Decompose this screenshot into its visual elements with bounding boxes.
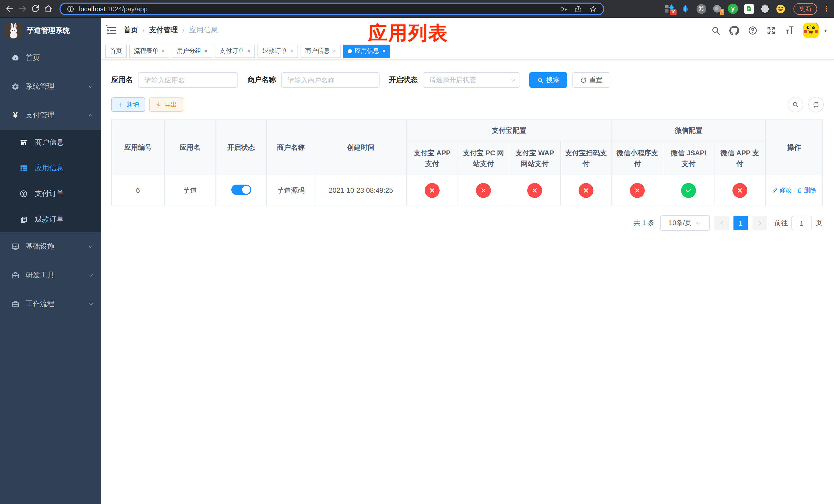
fullscreen-icon[interactable] [766, 25, 776, 35]
extension-blocks-icon[interactable]: 10 [664, 4, 675, 14]
edit-button[interactable]: 修改 [772, 186, 792, 195]
col-header-alipay-app: 支付宝 APP 支付 [407, 141, 458, 175]
page-number-button[interactable]: 1 [733, 216, 748, 230]
sidebar-item-workflow[interactable]: 工作流程 [0, 290, 101, 318]
total-count: 共 1 条 [634, 219, 655, 228]
sidebar-item-infra[interactable]: 基础设施 [0, 232, 101, 261]
status-cross-icon [578, 183, 593, 198]
group-header-wechat: 微信配置 [612, 120, 766, 141]
briefcase-icon [11, 300, 20, 308]
tab-merchant-info[interactable]: 商户信息× [301, 44, 341, 58]
refresh-table-button[interactable] [808, 97, 824, 112]
app-logo[interactable]: 芋道管理系统 [0, 18, 101, 44]
tab-home[interactable]: 首页× [105, 44, 127, 58]
user-avatar[interactable] [803, 23, 819, 38]
extension-notes-icon[interactable] [744, 4, 754, 14]
url-text[interactable]: localhost:1024/pay/app [79, 5, 148, 13]
chevron-down-icon [88, 244, 94, 250]
page-size-select[interactable]: 10条/页 [660, 215, 710, 231]
tab-close-icon[interactable]: × [382, 48, 386, 54]
browser-chrome: localhost:1024/pay/app 10 ⌘ 1 [0, 0, 834, 18]
switch-knob [242, 186, 250, 194]
avatar-caret-icon[interactable]: ▾ [824, 27, 827, 33]
cell-alipay-qr [561, 175, 612, 206]
tab-process-form[interactable]: 流程表单× [129, 44, 170, 58]
extension-command-icon[interactable]: ⌘ [696, 4, 706, 14]
password-key-icon[interactable] [559, 5, 567, 13]
bookmark-star-icon[interactable] [589, 5, 597, 13]
next-page-button[interactable] [752, 216, 767, 230]
storefront-icon [20, 138, 28, 147]
github-icon[interactable] [729, 25, 739, 35]
address-bar[interactable]: localhost:1024/pay/app [60, 2, 604, 15]
sidebar-item-pay[interactable]: ¥ 支付管理 [0, 101, 101, 130]
breadcrumb-pay[interactable]: 支付管理 [149, 26, 178, 35]
sidebar-item-system[interactable]: 系统管理 [0, 72, 101, 101]
header-search-icon[interactable] [711, 25, 721, 35]
extension-y-icon[interactable]: y [728, 4, 738, 14]
chrome-menu-icon[interactable]: ⋮ [823, 4, 828, 13]
tab-close-icon[interactable]: × [204, 48, 208, 54]
enable-switch[interactable] [231, 185, 251, 195]
status-select[interactable]: 请选择开启状态 [423, 72, 520, 88]
toggle-search-button[interactable] [788, 97, 803, 112]
breadcrumb-separator: / [142, 26, 145, 35]
status-cross-icon [527, 183, 542, 198]
sidebar-item-label: 基础设施 [26, 242, 54, 251]
reset-button[interactable]: 重置 [572, 72, 610, 88]
delete-button[interactable]: 删除 [796, 186, 816, 195]
forward-icon[interactable] [18, 4, 27, 13]
cell-wx-jsapi [663, 175, 714, 206]
export-button[interactable]: 导出 [149, 97, 183, 112]
tab-refund-order[interactable]: 退款订单× [258, 44, 298, 58]
screen: localhost:1024/pay/app 10 ⌘ 1 [0, 0, 834, 504]
cell-status [216, 175, 266, 206]
refresh-icon [812, 101, 820, 108]
chrome-update-button[interactable]: 更新 [793, 3, 817, 15]
add-button[interactable]: 新增 [111, 97, 145, 112]
profile-emoji-icon[interactable] [775, 4, 786, 14]
sidebar-item-app-info[interactable]: 应用信息 [0, 155, 101, 181]
merchant-name-input[interactable] [281, 72, 379, 88]
breadcrumb-home[interactable]: 首页 [124, 26, 138, 35]
help-icon[interactable] [748, 25, 758, 35]
app-title: 芋道管理系统 [27, 26, 70, 36]
sidebar-item-label: 工作流程 [26, 299, 54, 308]
refresh-icon [580, 77, 587, 83]
home-icon[interactable] [44, 4, 53, 13]
tab-close-icon[interactable]: × [247, 48, 250, 54]
tab-close-icon[interactable]: × [333, 48, 336, 54]
sidebar-item-devtools[interactable]: 研发工具 [0, 261, 101, 290]
share-icon[interactable] [574, 5, 582, 13]
sidebar-item-merchant-info[interactable]: 商户信息 [0, 130, 101, 155]
sidebar-collapse-icon[interactable] [106, 25, 116, 36]
cell-merchant: 芋道源码 [266, 175, 315, 206]
col-header-wx-mini: 微信小程序支付 [612, 141, 663, 175]
goto-page-input[interactable] [791, 216, 812, 230]
document-copy-icon [20, 215, 28, 224]
sidebar-item-home[interactable]: 首页 [0, 44, 101, 72]
tab-user-group[interactable]: 用户分组× [172, 44, 212, 58]
reload-icon[interactable] [31, 4, 40, 13]
site-info-icon[interactable] [67, 5, 74, 13]
extension-recorder-icon[interactable]: 1 [712, 4, 722, 14]
font-size-icon[interactable] [785, 25, 794, 35]
table-grid-icon [20, 164, 28, 172]
tab-app-info[interactable]: 应用信息× [343, 44, 390, 58]
search-icon [792, 101, 799, 108]
sidebar-item-pay-order[interactable]: 支付订单 [0, 181, 101, 207]
extensions-puzzle-icon[interactable] [760, 4, 770, 14]
search-button[interactable]: 搜索 [529, 72, 567, 88]
select-caret-icon [510, 77, 515, 83]
col-header-alipay-pc: 支付宝 PC 网站支付 [458, 141, 509, 175]
back-icon[interactable] [5, 4, 14, 13]
prev-page-button[interactable] [715, 216, 729, 230]
tab-pay-order[interactable]: 支付订单× [215, 44, 255, 58]
extension-kite-icon[interactable] [680, 4, 690, 14]
breadcrumb-separator: / [182, 26, 185, 35]
sidebar-item-refund-order[interactable]: 退款订单 [0, 207, 101, 232]
tab-close-icon[interactable]: × [290, 48, 293, 54]
main-area: 首页 / 支付管理 / 应用信息 ▾ [101, 18, 834, 504]
app-name-input[interactable] [138, 72, 238, 88]
tab-close-icon[interactable]: × [161, 48, 165, 54]
